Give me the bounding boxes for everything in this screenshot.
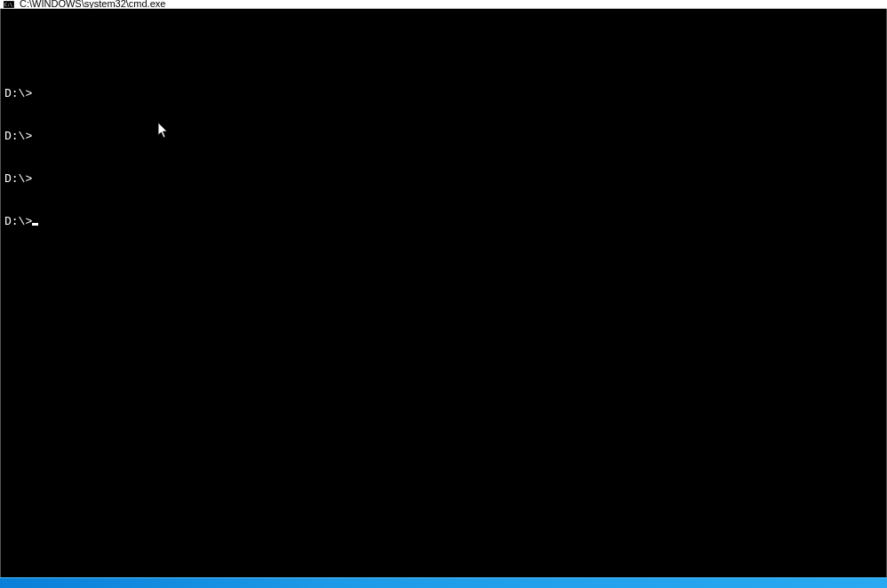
- mouse-cursor-icon: [116, 108, 127, 124]
- terminal-area[interactable]: D:\> D:\> D:\> D:\>: [0, 9, 887, 588]
- text-cursor: [32, 223, 38, 226]
- titlebar[interactable]: C:\ C:\WINDOWS\system32\cmd.exe: [0, 0, 887, 9]
- terminal-top-padding: [4, 37, 883, 59]
- prompt-text: D:\>: [4, 87, 32, 100]
- window-title: C:\WINDOWS\system32\cmd.exe: [20, 0, 165, 8]
- taskbar[interactable]: [0, 577, 887, 588]
- svg-text:C:\: C:\: [4, 2, 12, 7]
- cmd-window: C:\ C:\WINDOWS\system32\cmd.exe D:\> D:\…: [0, 0, 887, 588]
- prompt-line: D:\>: [4, 215, 883, 229]
- prompt-text: D:\>: [4, 172, 32, 186]
- prompt-line: D:\>: [4, 172, 883, 187]
- prompt-line: D:\>: [4, 130, 883, 144]
- prompt-text: D:\>: [4, 215, 32, 228]
- cmd-icon: C:\: [4, 1, 14, 8]
- prompt-line: D:\>: [4, 87, 883, 101]
- prompt-text: D:\>: [4, 130, 32, 143]
